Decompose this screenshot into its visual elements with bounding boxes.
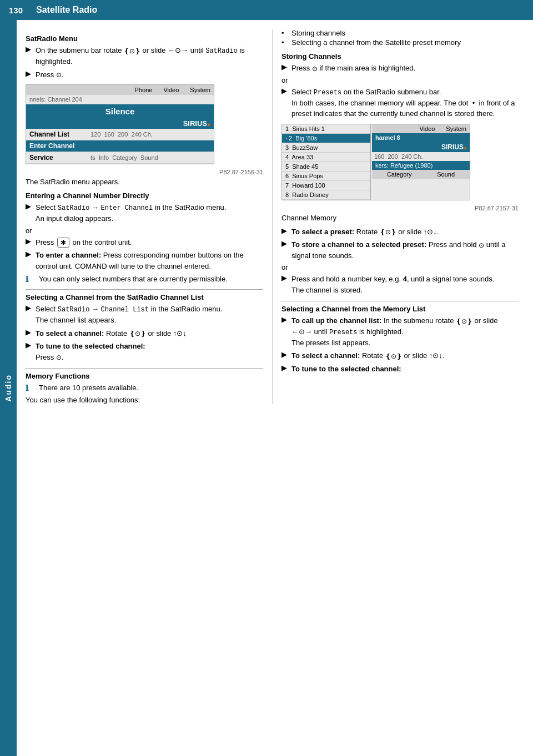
memory-functions-heading: Memory Functions	[26, 368, 263, 380]
following-functions-text: You can use the following functions:	[26, 396, 263, 404]
channel-list-label: Channel List	[29, 130, 90, 138]
select-channel-mem-text: To select a channel: Rotate ❴⊙❵ or slide…	[291, 350, 519, 361]
arrow-icon-12: ▶	[281, 239, 289, 261]
arrow-icon-16: ▶	[281, 364, 289, 375]
select-channel-list-item: ▶ Select SatRadio → Channel List in the …	[26, 304, 263, 326]
arrow-icon-8: ▶	[26, 341, 33, 362]
arrow-icon-10: ▶	[281, 87, 289, 119]
info-icon-2: ℹ	[26, 384, 36, 392]
press-item-1: ▶ Press ⊙.	[26, 69, 263, 80]
select-presets-text: Select Presets on the SatRadio submenu b…	[291, 87, 519, 119]
number-4-bold: 4	[403, 275, 407, 283]
rotate-icon-2: ❴⊙❵	[129, 329, 146, 339]
arrow-icon-9: ▶	[281, 63, 289, 74]
page-header: 130 Satellite Radio	[0, 0, 533, 20]
select-channel-bold: To select a channel:	[36, 329, 104, 337]
tune-selected-text: To tune to the selected channel:	[291, 364, 519, 375]
sirius-bar: SIRIUS⬥	[26, 118, 214, 129]
tune-channel-item: ▶ To tune to the selected channel: Press…	[26, 341, 263, 362]
select-channel-item: ▶ To select a channel: Rotate ❴⊙❵ or sli…	[26, 328, 263, 339]
call-up-channel-item: ▶ To call up the channel list: In the su…	[281, 315, 519, 348]
channel-mem-img-caption: P82.87-2157-31	[281, 205, 519, 211]
satradio-menu-heading: SatRadio Menu	[26, 34, 263, 43]
enter-channel-bold: To enter a channel:	[36, 251, 101, 259]
sidebar-label: Audio	[4, 374, 13, 402]
star-key-icon: ✱	[57, 238, 69, 248]
select-satradio-item: ▶ Select SatRadio → Enter Channel in the…	[26, 202, 263, 224]
arrow-icon: ▶	[26, 45, 33, 67]
arrow-icon-4: ▶	[26, 237, 33, 248]
ch-row-8: 8 Radio Disney	[282, 190, 370, 200]
controller-icon-1: ⊙	[56, 70, 62, 80]
select-preset-text: To select a preset: Rotate ❴⊙❵ or slide …	[291, 226, 519, 238]
arrow-icon-15: ▶	[281, 350, 289, 361]
select-preset-item: ▶ To select a preset: Rotate ❴⊙❵ or slid…	[281, 226, 519, 238]
submenu-rotate-text: On the submenu bar rotate ❴⊙❵ or slide ←…	[36, 45, 263, 67]
menu-appears-text: The SatRadio menu appears.	[26, 178, 263, 186]
ch-row-7: 7 Howard 100	[282, 181, 370, 190]
controller-icon-2: ⊙	[56, 352, 62, 362]
arrow-icon-13: ▶	[281, 274, 289, 295]
info-text-2: There are 10 presets available.	[39, 384, 138, 392]
sidebar: Audio	[0, 20, 17, 756]
silence-label: Silence	[26, 104, 214, 118]
menu-topbar: Phone Video System	[26, 85, 214, 95]
arrow-icon-14: ▶	[281, 315, 289, 348]
phone-label: Phone	[135, 87, 153, 93]
channel-list-panel: 1 Sirius Hits 1 · 2 Big '80s 3 BuzzSaw 4…	[282, 124, 371, 200]
press-text-1: Press ⊙.	[36, 69, 263, 80]
detail-values: 160 200 240 Ch.	[372, 152, 470, 161]
satradio-menu-screenshot: Phone Video System nnels: Channel 204 Si…	[26, 84, 214, 164]
ch-row-4: 4 Area 33	[282, 153, 370, 162]
press-star-item: ▶ Press ✱ on the control unit.	[26, 237, 263, 248]
select-channel-mem-bold: To select a channel:	[291, 351, 360, 360]
channel-memory-screenshot: 1 Sirius Hits 1 · 2 Big '80s 3 BuzzSaw 4…	[281, 124, 470, 200]
arrow-icon-3: ▶	[26, 202, 33, 224]
video-label: Video	[163, 87, 179, 93]
rotate-icon: ❴⊙❵	[124, 46, 140, 56]
sirius-logo: SIRIUS⬥	[183, 119, 210, 128]
select-channel-text: To select a channel: Rotate ❴⊙❵ or slide…	[36, 328, 263, 339]
tune-channel-text: To tune to the selected channel: Press ⊙…	[36, 341, 263, 362]
detail-song: kers: Refugee (1980)	[372, 161, 470, 170]
storing-channels-heading: Storing Channels	[281, 52, 519, 61]
info-icon-1: ℹ	[26, 275, 36, 284]
or-text-2: or	[281, 76, 519, 84]
channel-list-values: 120 160 200 240 Ch.	[90, 131, 153, 138]
memory-list-heading: Selecting a Channel from the Memory List	[281, 301, 519, 313]
or-text-1: or	[26, 226, 263, 235]
channel-detail-panel: Video System hannel 8 SIRIUS⬥ 160 200 24…	[372, 124, 470, 179]
page-title: Satellite Radio	[36, 5, 97, 15]
rotate-icon-4: ❴⊙❵	[456, 316, 472, 326]
detail-channel-label: hannel 8	[372, 133, 470, 142]
press-main-area-item: ▶ Press ⊙ if the main area is highlighte…	[281, 63, 519, 74]
detail-sound: Sound	[437, 171, 455, 178]
ch-row-1: 1 Sirius Hits 1	[282, 124, 370, 134]
press-main-area-text: Press ⊙ if the main area is highlighted.	[291, 63, 519, 74]
bullet-storing-text: Storing channels	[291, 29, 345, 37]
controller-icon-3: ⊙	[312, 64, 318, 74]
info-box-1: ℹ You can only select numbers that are c…	[26, 275, 263, 284]
channel-list-heading: Selecting a Channel from the SatRadio Ch…	[26, 289, 263, 301]
info-text-1: You can only select numbers that are cur…	[39, 275, 228, 283]
or-text-3: or	[281, 263, 519, 271]
menu-img-caption: P82.87-2156-31	[26, 169, 263, 175]
call-up-bold: To call up the channel list:	[291, 316, 381, 325]
info-box-2: ℹ There are 10 presets available.	[26, 384, 263, 392]
select-channel-list-text: Select SatRadio → Channel List in the Sa…	[36, 304, 263, 326]
select-satradio-text: Select SatRadio → Enter Channel in the S…	[36, 202, 263, 224]
ch-row-6: 6 Sirius Pops	[282, 172, 370, 181]
channel-list-row: Channel List 120 160 200 240 Ch.	[26, 129, 214, 140]
bullet-selecting-text: Selecting a channel from the Satellite p…	[291, 38, 461, 47]
channel-subtitle: nnels: Channel 204	[26, 95, 214, 104]
enter-channel-row: Enter Channel	[26, 140, 214, 152]
detail-system: System	[446, 125, 466, 132]
store-channel-bold: To store a channel to a selected preset:	[291, 240, 426, 249]
detail-category: Category	[387, 171, 412, 178]
rotate-icon-5: ❴⊙❵	[385, 351, 402, 361]
bullet-list: • Storing channels • Selecting a channel…	[281, 29, 519, 47]
service-values: ts Info Category Sound	[90, 154, 158, 161]
right-column: • Storing channels • Selecting a channel…	[272, 29, 527, 404]
service-row: Service ts Info Category Sound	[26, 152, 214, 164]
ch-row-5: 5 Shade 45	[282, 162, 370, 172]
